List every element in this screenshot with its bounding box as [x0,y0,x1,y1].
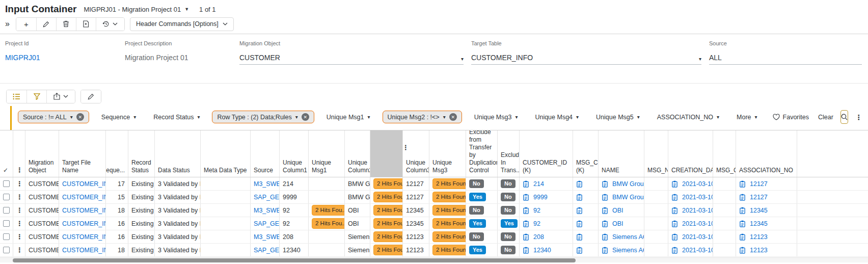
column-header-sequence[interactable]: Seque... [106,130,128,177]
dropdown-arrow-icon[interactable]: ▾ [515,114,518,120]
filter-chip-8[interactable]: Unique Msg5▾ [591,111,645,123]
association_no-link[interactable]: 12127 [750,194,768,201]
value-help-icon[interactable] [523,207,529,214]
remove-filter-icon[interactable]: ✕ [449,113,457,121]
name-link[interactable]: BMW Group [612,180,644,188]
row-menu-icon[interactable]: ⋮ [16,220,23,227]
column-header-source[interactable]: Source [251,130,280,177]
value-help-icon[interactable] [602,220,608,227]
value-help-icon[interactable] [523,194,529,201]
column-header-unique_column1[interactable]: Unique Column1 [280,130,309,177]
value-help-icon[interactable] [523,180,529,188]
creation_date-link[interactable]: 2021-03-10-... [682,194,713,201]
column-header-rowmenu[interactable]: ⋮ [13,130,25,177]
dropdown-arrow-icon[interactable]: ▾ [717,114,719,120]
value-help-icon[interactable] [523,247,529,254]
overflow-menu-icon[interactable]: ⋮ [853,113,864,121]
creation_date-link[interactable]: 2021-03-10-... [682,180,713,188]
value-help-icon[interactable] [576,247,583,254]
edit-button[interactable] [36,18,56,31]
filter-chip-9[interactable]: ASSOCIATION_NO▾ [652,111,724,123]
name-link[interactable]: BMW Group [612,194,644,201]
name-link[interactable]: OBI [612,220,623,227]
customer_id-link[interactable]: 214 [533,180,544,188]
column-header-data_status[interactable]: Data Status [155,130,201,177]
target-table-select[interactable]: CUSTOMER_INFO ▾ [471,54,701,65]
project-selector[interactable]: MIGPRJ01 - Migration Project 01 ▼ [84,6,189,13]
value-help-icon[interactable] [576,207,583,214]
column-header-migration_object[interactable]: Migration Object [25,130,59,177]
column-header-name[interactable]: NAME [599,130,644,177]
target_file_name-link[interactable]: CUSTOMER_INFO [62,207,106,214]
value-help-icon[interactable] [576,233,583,241]
row-checkbox[interactable] [3,207,10,214]
source-link[interactable]: SAP_GER [254,247,280,254]
column-header-unique_column2[interactable]: Unique Column2˄ [345,130,370,177]
column-header-unique_msg3[interactable]: Unique Msg3 [429,130,466,177]
history-menu-button[interactable] [96,18,124,31]
name-link[interactable]: Siemens AG [612,247,644,254]
value-help-icon[interactable] [602,207,608,214]
copy-button[interactable] [76,18,96,31]
filter-chip-6[interactable]: Unique Msg3▾ [469,111,523,123]
migration-object-select[interactable]: CUSTOMER ▾ [239,54,464,65]
source-select[interactable]: ALL [709,54,862,65]
column-header-association_no[interactable]: ASSOCIATION_NO [736,130,797,177]
filter-chip-5[interactable]: Unique Msg2 : !<>▾✕ [383,111,462,123]
customer_id-link[interactable]: 92 [533,207,540,214]
value-help-icon[interactable] [739,207,746,214]
source-link[interactable]: M3_SWE [254,207,280,214]
customer_id-link[interactable]: 9999 [533,194,548,201]
column-header-unique_msg1[interactable]: Unique Msg1 [309,130,345,177]
value-help-icon[interactable] [739,180,746,188]
project-id-link[interactable]: MIGPRJ01 [5,54,40,62]
column-header-suggested_exclude[interactable]: Suggested Exclude from Transfer by Dupli… [466,130,498,177]
value-help-icon[interactable] [671,220,678,227]
column-header-target_file_name[interactable]: Target File Name [59,130,106,177]
add-button[interactable]: + [16,18,36,31]
select-all-check-icon[interactable]: ✓ [3,167,8,174]
row-checkbox[interactable] [3,233,10,240]
table-view-button[interactable] [7,90,26,103]
column-header-record_status[interactable]: Record Status [128,130,155,177]
remove-filter-icon[interactable]: ✕ [76,113,84,121]
target_file_name-link[interactable]: CUSTOMER_INFO [62,247,106,254]
dropdown-arrow-icon[interactable]: ▾ [133,114,136,120]
value-help-icon[interactable] [523,220,529,227]
column-header-unique_column3[interactable]: Unique Column3 [403,130,429,177]
target_file_name-link[interactable]: CUSTOMER_INFO [62,180,106,188]
target_file_name-link[interactable]: CUSTOMER_INFO [62,220,106,227]
row-checkbox[interactable] [3,194,10,200]
filter-chip-2[interactable]: Record Status▾ [148,111,205,123]
association_no-link[interactable]: 12345 [750,220,768,227]
search-button[interactable] [840,110,848,124]
source-link[interactable]: M3_SWE [254,233,280,241]
value-help-icon[interactable] [739,233,746,241]
row-menu-icon[interactable]: ⋮ [16,180,23,188]
value-help-icon[interactable] [602,180,608,188]
dropdown-arrow-icon[interactable]: ▾ [443,114,446,120]
h-scrollbar-thumb[interactable] [13,258,576,262]
dropdown-arrow-icon[interactable]: ▾ [70,114,73,120]
association_no-link[interactable]: 12127 [750,180,768,188]
column-header-customer_id[interactable]: CUSTOMER_ID (K) [520,130,573,177]
filter-view-button[interactable] [26,90,46,103]
value-help-icon[interactable] [576,220,583,227]
export-menu-button[interactable] [46,90,75,103]
value-help-icon[interactable] [671,180,678,188]
dropdown-arrow-icon[interactable]: ▾ [576,114,579,120]
row-menu-icon[interactable]: ⋮ [16,233,23,241]
dropdown-arrow-icon[interactable]: ▾ [461,56,464,62]
creation_date-link[interactable]: 2021-03-10-... [682,247,713,254]
column-header-unique_msg2[interactable]: ⋮ [370,130,403,177]
value-help-icon[interactable] [671,233,678,241]
creation_date-link[interactable]: 2021-03-10-... [682,220,713,227]
association_no-link[interactable]: 12123 [750,233,768,241]
value-help-icon[interactable] [671,247,678,254]
h-scrollbar[interactable] [0,257,868,262]
clear-button[interactable]: Clear [818,114,833,121]
value-help-icon[interactable] [739,194,746,201]
value-help-icon[interactable] [602,233,608,241]
filter-chip-3[interactable]: Row Type : (2) Data;Rules▾✕ [212,111,314,123]
name-link[interactable]: OBI [612,207,623,214]
